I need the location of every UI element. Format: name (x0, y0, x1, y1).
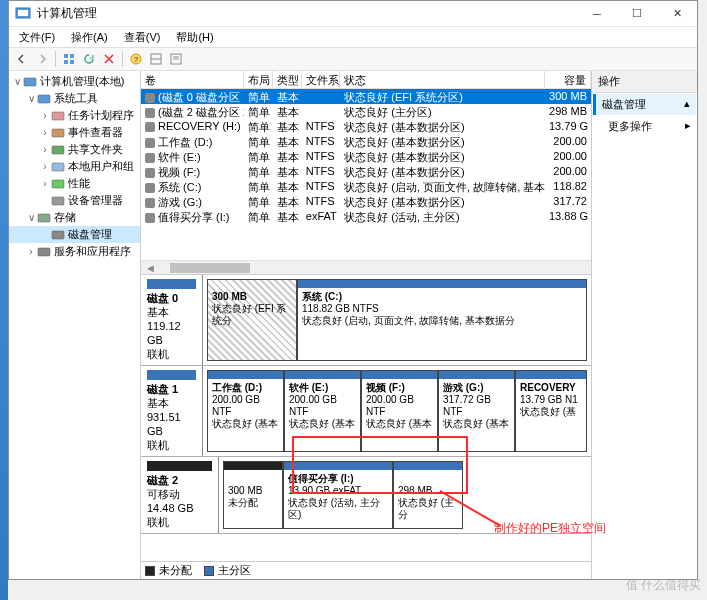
partition[interactable]: 300 MB未分配 (223, 461, 283, 529)
cell: 状态良好 (主分区) (340, 104, 545, 119)
tree-expand-icon[interactable]: ∨ (25, 212, 37, 223)
properties-button[interactable] (167, 50, 185, 68)
column-header[interactable]: 容量 (545, 71, 591, 88)
tree-node[interactable]: ∨计算机管理(本地) (9, 73, 140, 90)
volume-row[interactable]: 值得买分享 (I:)简单基本exFAT状态良好 (活动, 主分区)13.88 G (141, 209, 591, 224)
cell: 状态良好 (基本数据分区) (340, 119, 545, 134)
volume-row[interactable]: 工作盘 (D:)简单基本NTFS状态良好 (基本数据分区)200.00 (141, 134, 591, 149)
cell: 简单 (244, 134, 273, 149)
tree-expand-icon[interactable]: › (39, 161, 51, 172)
tree-node[interactable]: 磁盘管理 (9, 226, 140, 243)
svg-rect-5 (70, 60, 74, 64)
cell: 基本 (273, 149, 302, 164)
tree-node[interactable]: 设备管理器 (9, 192, 140, 209)
volume-row[interactable]: RECOVERY (H:)简单基本NTFS状态良好 (基本数据分区)13.79 … (141, 119, 591, 134)
maximize-button[interactable]: ☐ (617, 1, 657, 27)
menubar: 文件(F) 操作(A) 查看(V) 帮助(H) (9, 27, 697, 47)
cell: 200.00 (545, 134, 591, 149)
svg-rect-13 (24, 78, 36, 86)
volume-row[interactable]: 游戏 (G:)简单基本NTFS状态良好 (基本数据分区)317.72 (141, 194, 591, 209)
svg-rect-15 (52, 112, 64, 120)
partition[interactable]: 系统 (C:)118.82 GB NTFS状态良好 (启动, 页面文件, 故障转… (297, 279, 587, 361)
tree-expand-icon[interactable]: › (25, 246, 37, 257)
tree-expand-icon[interactable]: › (39, 144, 51, 155)
actions-more[interactable]: 更多操作▸ (592, 116, 697, 137)
column-header[interactable]: 卷 (141, 71, 244, 88)
menu-action[interactable]: 操作(A) (65, 28, 114, 47)
tree-node[interactable]: ›性能 (9, 175, 140, 192)
column-header[interactable]: 类型 (273, 71, 302, 88)
horizontal-scrollbar[interactable]: ◄ (141, 260, 591, 274)
svg-rect-14 (38, 95, 50, 103)
partition[interactable]: 300 MB状态良好 (EFI 系统分 (207, 279, 297, 361)
tree-node[interactable]: ∨系统工具 (9, 90, 140, 107)
volume-row[interactable]: 视频 (F:)简单基本NTFS状态良好 (基本数据分区)200.00 (141, 164, 591, 179)
cell: 118.82 (545, 179, 591, 194)
minimize-button[interactable]: ─ (577, 1, 617, 27)
tree-expand-icon[interactable]: › (39, 127, 51, 138)
tree-expand-icon[interactable]: ∨ (25, 93, 37, 104)
cell: NTFS (302, 179, 340, 194)
cell: 基本 (273, 209, 302, 224)
volume-row[interactable]: 软件 (E:)简单基本NTFS状态良好 (基本数据分区)200.00 (141, 149, 591, 164)
cell: (磁盘 0 磁盘分区 1) (141, 89, 244, 104)
back-button[interactable] (13, 50, 31, 68)
column-header[interactable]: 布局 (244, 71, 273, 88)
cell: 状态良好 (活动, 主分区) (340, 209, 545, 224)
volume-row[interactable]: 系统 (C:)简单基本NTFS状态良好 (启动, 页面文件, 故障转储, 基本数… (141, 179, 591, 194)
cell: NTFS (302, 149, 340, 164)
partition[interactable]: RECOVERY13.79 GB N1状态良好 (基 (515, 370, 587, 452)
disk-row: 磁盘 0基本119.12 GB联机300 MB状态良好 (EFI 系统分系统 (… (141, 275, 591, 366)
help-button[interactable]: ? (127, 50, 145, 68)
svg-rect-22 (52, 231, 64, 239)
partition[interactable]: 298 MB状态良好 (主分 (393, 461, 463, 529)
menu-view[interactable]: 查看(V) (118, 28, 167, 47)
list-header: 卷布局类型文件系统状态容量 (141, 71, 591, 89)
menu-help[interactable]: 帮助(H) (170, 28, 219, 47)
cell: NTFS (302, 194, 340, 209)
tree-expand-icon[interactable]: › (39, 110, 51, 121)
forward-button[interactable] (33, 50, 51, 68)
cell: 系统 (C:) (141, 179, 244, 194)
cell: 状态良好 (基本数据分区) (340, 194, 545, 209)
partition[interactable]: 工作盘 (D:)200.00 GB NTF状态良好 (基本 (207, 370, 284, 452)
tree-node[interactable]: ›服务和应用程序 (9, 243, 140, 260)
cell (302, 89, 340, 104)
views-button[interactable] (60, 50, 78, 68)
disk-row: 磁盘 1基本931.51 GB联机工作盘 (D:)200.00 GB NTF状态… (141, 366, 591, 457)
partition[interactable]: 视频 (F:)200.00 GB NTF状态良好 (基本 (361, 370, 438, 452)
svg-rect-16 (52, 129, 64, 137)
cell: 基本 (273, 134, 302, 149)
tree-expand-icon[interactable]: › (39, 178, 51, 189)
svg-rect-1 (18, 10, 28, 16)
svg-rect-2 (64, 54, 68, 58)
refresh-button[interactable] (80, 50, 98, 68)
partition[interactable]: 游戏 (G:)317.72 GB NTF状态良好 (基本 (438, 370, 515, 452)
cell: 简单 (244, 119, 273, 134)
cell: 简单 (244, 89, 273, 104)
partition[interactable]: 值得买分享 (I:)13.90 GB exFAT状态良好 (活动, 主分区) (283, 461, 393, 529)
cell: 基本 (273, 89, 302, 104)
close-button[interactable]: ✕ (657, 1, 697, 27)
tree-label: 本地用户和组 (68, 159, 134, 174)
column-header[interactable]: 文件系统 (302, 71, 340, 88)
tree-node[interactable]: ›共享文件夹 (9, 141, 140, 158)
tree-node[interactable]: ›任务计划程序 (9, 107, 140, 124)
tree-node[interactable]: ›事件查看器 (9, 124, 140, 141)
layout-button[interactable] (147, 50, 165, 68)
menu-file[interactable]: 文件(F) (13, 28, 61, 47)
cell: NTFS (302, 164, 340, 179)
volume-row[interactable]: (磁盘 0 磁盘分区 1)简单基本状态良好 (EFI 系统分区)300 MB (141, 89, 591, 104)
partition[interactable]: 软件 (E:)200.00 GB NTF状态良好 (基本 (284, 370, 361, 452)
column-header[interactable]: 状态 (340, 71, 545, 88)
watermark: 值 什么值得买 (626, 577, 701, 594)
cell: 值得买分享 (I:) (141, 209, 244, 224)
cell: 200.00 (545, 149, 591, 164)
tree-node[interactable]: ›本地用户和组 (9, 158, 140, 175)
titlebar: 计算机管理 ─ ☐ ✕ (9, 1, 697, 27)
tree-node[interactable]: ∨存储 (9, 209, 140, 226)
tree-expand-icon[interactable]: ∨ (11, 76, 23, 87)
cell: 游戏 (G:) (141, 194, 244, 209)
stop-button[interactable] (100, 50, 118, 68)
volume-row[interactable]: (磁盘 2 磁盘分区 2)简单基本状态良好 (主分区)298 MB (141, 104, 591, 119)
